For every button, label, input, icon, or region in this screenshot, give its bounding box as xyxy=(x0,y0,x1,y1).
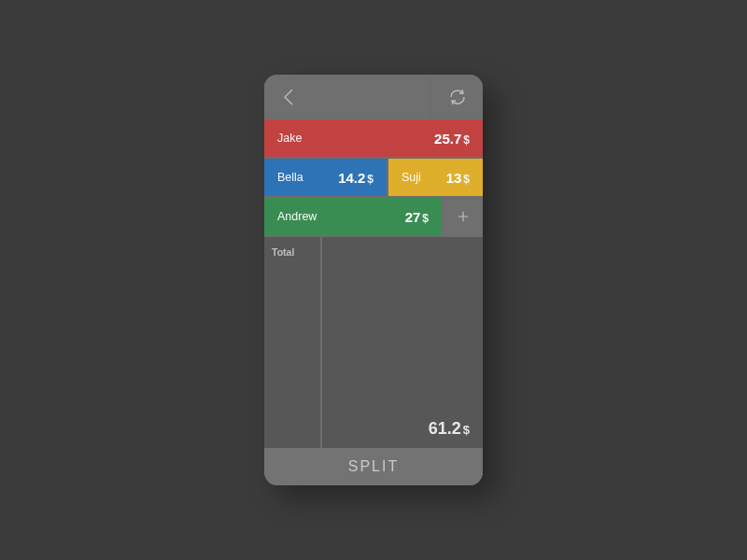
back-button[interactable] xyxy=(264,75,430,119)
person-name: Jake xyxy=(277,132,302,145)
app-screen: Jake 25.7 $ Bella 14.2 $ Suji 13 $ xyxy=(264,75,483,485)
person-amount: 13 $ xyxy=(446,170,470,186)
top-bar xyxy=(264,75,483,119)
person-tile-andrew[interactable]: Andrew 27 $ xyxy=(264,198,442,235)
grand-total: 61.2 $ xyxy=(429,419,470,439)
person-tile-jake[interactable]: Jake 25.7 $ xyxy=(264,119,483,157)
chevron-left-icon xyxy=(281,88,296,106)
split-button[interactable]: SPLIT xyxy=(264,448,483,485)
person-amount: 25.7 $ xyxy=(434,131,470,147)
person-amount: 14.2 $ xyxy=(338,170,374,186)
plus-icon xyxy=(457,209,470,224)
add-person-button[interactable] xyxy=(444,198,483,235)
sync-icon xyxy=(447,87,468,107)
person-name: Andrew xyxy=(277,210,317,223)
split-button-label: SPLIT xyxy=(348,458,399,475)
summary-area: Total 61.2 $ xyxy=(264,237,483,448)
person-name: Suji xyxy=(402,171,421,184)
total-label: Total xyxy=(272,246,294,258)
person-amount: 27 $ xyxy=(405,209,429,225)
person-name: Bella xyxy=(277,171,303,184)
refresh-button[interactable] xyxy=(432,75,483,119)
person-tiles: Jake 25.7 $ Bella 14.2 $ Suji 13 $ xyxy=(264,119,483,235)
total-value-pane: 61.2 $ xyxy=(322,237,483,448)
person-tile-suji[interactable]: Suji 13 $ xyxy=(388,159,483,196)
total-label-pane: Total xyxy=(264,237,320,448)
person-tile-bella[interactable]: Bella 14.2 $ xyxy=(264,159,387,196)
